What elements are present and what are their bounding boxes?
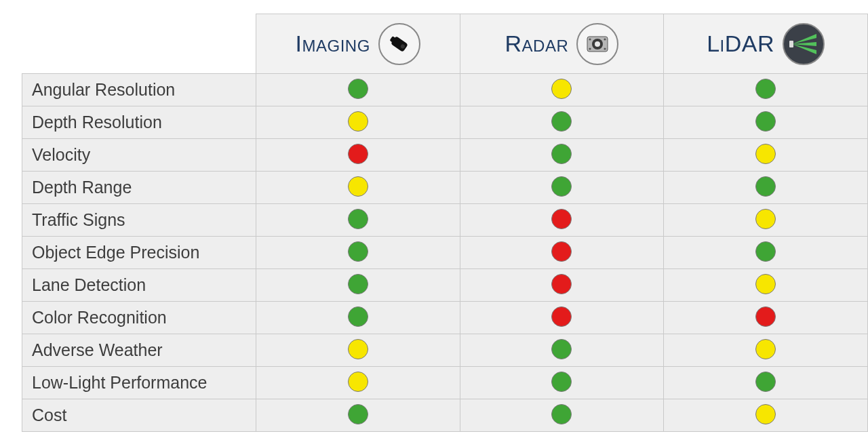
svg-point-9: [604, 47, 606, 49]
green-dot-icon: [755, 79, 776, 99]
green-dot-icon: [348, 209, 368, 229]
table-row: Traffic Signs: [22, 204, 868, 237]
rating-cell: [256, 237, 460, 269]
green-dot-icon: [551, 176, 572, 197]
svg-rect-13: [789, 41, 793, 47]
row-label: Velocity: [22, 139, 256, 172]
rating-cell: [664, 302, 868, 334]
rating-cell: [460, 334, 664, 367]
rating-cell: [460, 106, 664, 139]
green-dot-icon: [551, 144, 572, 164]
rating-cell: [256, 334, 460, 367]
row-label: Cost: [22, 399, 256, 432]
rating-cell: [460, 237, 664, 269]
yellow-dot-icon: [551, 79, 572, 99]
yellow-dot-icon: [348, 372, 368, 392]
table-body: Angular ResolutionDepth ResolutionVeloci…: [22, 74, 868, 432]
header-imaging: Imaging: [256, 14, 460, 74]
green-dot-icon: [348, 241, 368, 262]
header-radar: Radar: [460, 14, 664, 74]
svg-point-6: [589, 38, 591, 40]
rating-cell: [460, 204, 664, 237]
svg-point-8: [589, 47, 591, 49]
svg-point-7: [604, 38, 606, 40]
rating-cell: [256, 367, 460, 399]
header-label-radar: Radar: [505, 31, 569, 57]
rating-cell: [664, 269, 868, 302]
green-dot-icon: [348, 404, 368, 424]
rating-cell: [664, 106, 868, 139]
table-row: Depth Range: [22, 172, 868, 204]
rating-cell: [460, 74, 664, 106]
rating-cell: [664, 172, 868, 204]
row-label: Low-Light Performance: [22, 367, 256, 399]
header-blank: [22, 14, 256, 74]
rating-cell: [664, 74, 868, 106]
yellow-dot-icon: [755, 209, 776, 229]
row-label: Depth Resolution: [22, 106, 256, 139]
red-dot-icon: [551, 306, 572, 327]
rating-cell: [256, 106, 460, 139]
green-dot-icon: [551, 111, 572, 132]
green-dot-icon: [551, 372, 572, 392]
header-label-lidar: LiDAR: [707, 31, 774, 57]
radar-sensor-icon: [576, 23, 618, 65]
green-dot-icon: [348, 274, 368, 294]
red-dot-icon: [348, 144, 368, 164]
row-label: Angular Resolution: [22, 74, 256, 106]
row-label: Color Recognition: [22, 302, 256, 334]
table-row: Depth Resolution: [22, 106, 868, 139]
green-dot-icon: [755, 241, 776, 262]
sensor-comparison-chart: Imaging: [0, 14, 868, 438]
red-dot-icon: [755, 306, 776, 327]
rating-cell: [460, 302, 664, 334]
row-label: Traffic Signs: [22, 204, 256, 237]
table-row: Object Edge Precision: [22, 237, 868, 269]
rating-cell: [460, 139, 664, 172]
table-row: Angular Resolution: [22, 74, 868, 106]
green-dot-icon: [755, 111, 776, 132]
yellow-dot-icon: [348, 339, 368, 359]
yellow-dot-icon: [755, 339, 776, 359]
rating-cell: [256, 172, 460, 204]
green-dot-icon: [551, 404, 572, 424]
rating-cell: [664, 367, 868, 399]
rating-cell: [664, 334, 868, 367]
yellow-dot-icon: [755, 144, 776, 164]
camera-icon: [378, 23, 420, 65]
rating-cell: [664, 204, 868, 237]
green-dot-icon: [348, 306, 368, 327]
table-row: Color Recognition: [22, 302, 868, 334]
yellow-dot-icon: [348, 111, 368, 132]
rating-cell: [460, 367, 664, 399]
table-row: Lane Detection: [22, 269, 868, 302]
yellow-dot-icon: [755, 404, 776, 424]
green-dot-icon: [551, 339, 572, 359]
rating-cell: [664, 237, 868, 269]
lidar-scan-icon: [783, 23, 825, 65]
rating-cell: [664, 139, 868, 172]
row-label: Lane Detection: [22, 269, 256, 302]
header-lidar: LiDAR: [664, 14, 868, 74]
header-row: Imaging: [22, 14, 868, 74]
yellow-dot-icon: [348, 176, 368, 197]
green-dot-icon: [755, 372, 776, 392]
row-label: Depth Range: [22, 172, 256, 204]
table-row: Adverse Weather: [22, 334, 868, 367]
rating-cell: [664, 399, 868, 432]
rating-cell: [256, 74, 460, 106]
red-dot-icon: [551, 274, 572, 294]
svg-point-5: [595, 41, 600, 47]
rating-cell: [460, 172, 664, 204]
comparison-table: Imaging: [22, 14, 868, 432]
table-row: Velocity: [22, 139, 868, 172]
rating-cell: [460, 269, 664, 302]
red-dot-icon: [551, 241, 572, 262]
rating-cell: [256, 269, 460, 302]
rating-cell: [460, 399, 664, 432]
table-row: Low-Light Performance: [22, 367, 868, 399]
rating-cell: [256, 204, 460, 237]
table-row: Cost: [22, 399, 868, 432]
green-dot-icon: [348, 79, 368, 99]
rating-cell: [256, 399, 460, 432]
